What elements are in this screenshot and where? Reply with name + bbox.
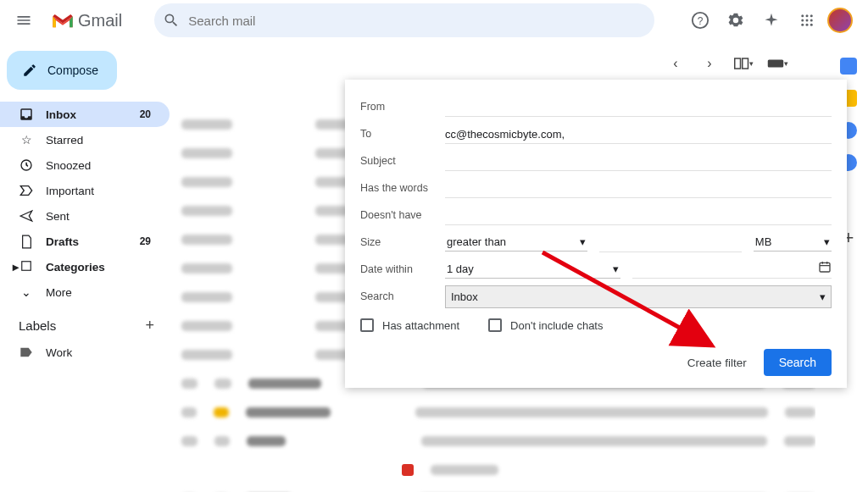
has-attachment-checkbox[interactable]	[360, 318, 374, 332]
help-button[interactable]: ?	[685, 5, 715, 36]
sent-icon	[19, 209, 34, 223]
from-input[interactable]	[445, 97, 832, 117]
date-input[interactable]	[632, 262, 818, 274]
sidebar-item-label: Sent	[46, 210, 70, 223]
settings-button[interactable]	[721, 5, 751, 36]
clock-icon	[19, 158, 34, 172]
search-in-select[interactable]: Inbox▾	[445, 285, 832, 308]
sidebar-item-label: Drafts	[46, 235, 79, 248]
calendar-icon[interactable]	[818, 260, 832, 276]
subject-label: Subject	[360, 155, 445, 167]
to-input[interactable]	[445, 124, 832, 144]
from-label: From	[360, 101, 445, 113]
svg-point-5	[806, 19, 809, 22]
pencil-icon	[22, 63, 37, 78]
sidebar-item-snoozed[interactable]: Snoozed	[0, 152, 170, 178]
create-filter-button[interactable]: Create filter	[687, 357, 747, 369]
size-operator-select[interactable]: greater than▾	[445, 233, 587, 252]
dont-include-chats-checkbox[interactable]	[488, 318, 502, 332]
svg-text:?: ?	[698, 15, 704, 27]
gmail-logo[interactable]: Gmail	[47, 11, 122, 30]
compose-button[interactable]: Compose	[7, 51, 117, 90]
svg-rect-14	[767, 59, 782, 67]
svg-point-7	[801, 24, 804, 26]
sidebar-item-inbox[interactable]: Inbox 20	[0, 102, 170, 127]
to-label: To	[360, 128, 445, 140]
sidebar-item-important[interactable]: Important	[0, 178, 170, 203]
svg-point-4	[801, 19, 804, 22]
sidebar-item-sent[interactable]: Sent	[0, 203, 170, 229]
prev-page-button[interactable]: ‹	[663, 51, 688, 76]
sidebar-item-label: Starred	[46, 134, 83, 146]
search-button[interactable]: Search	[764, 349, 832, 376]
sidebar-item-starred[interactable]: ☆ Starred	[0, 127, 170, 152]
drafts-count: 29	[140, 235, 151, 247]
doesnt-have-label: Doesn't have	[360, 209, 445, 221]
sidebar-item-label: More	[46, 286, 72, 299]
split-pane-button[interactable]: ▾	[731, 51, 756, 76]
search-in-label: Search	[360, 290, 445, 302]
sidebar-item-categories[interactable]: ▸ Categories	[0, 254, 170, 279]
gmail-icon	[51, 11, 75, 30]
gear-icon	[726, 11, 745, 30]
sidebar-item-label: Work	[46, 346, 72, 359]
has-attachment-label: Has attachment	[382, 319, 459, 332]
label-icon	[19, 346, 34, 358]
calendar-app-icon[interactable]	[840, 58, 857, 75]
size-label: Size	[360, 236, 445, 248]
add-label-button[interactable]: +	[145, 317, 154, 334]
size-unit-select[interactable]: MB▾	[754, 233, 832, 252]
caret-down-icon: ▾	[613, 263, 619, 275]
app-name: Gmail	[78, 11, 122, 30]
dont-include-chats-label: Don't include chats	[510, 319, 603, 332]
doesnt-have-input[interactable]	[445, 206, 832, 225]
drafts-icon	[19, 235, 34, 249]
main-menu-button[interactable]	[7, 3, 41, 37]
size-value-input[interactable]	[599, 233, 742, 252]
sidebar-item-label: Inbox	[46, 108, 76, 121]
sidebar-label-work[interactable]: Work	[0, 340, 170, 365]
sidebar-item-label: Snoozed	[46, 159, 91, 172]
svg-rect-12	[734, 58, 740, 69]
svg-point-8	[806, 24, 809, 26]
svg-point-2	[806, 14, 809, 17]
main-content: ‹ › ▾ ▾ i Updates	[170, 41, 829, 492]
sidebar-item-label: Important	[46, 185, 94, 197]
search-icon	[163, 12, 180, 29]
search-input[interactable]	[188, 14, 646, 28]
date-within-label: Date within	[360, 263, 445, 275]
search-filter-dialog: From To Subject Has the words Doesn't ha…	[345, 80, 847, 388]
gemini-button[interactable]	[756, 5, 787, 36]
sidebar-item-more[interactable]: ⌄ More	[0, 279, 170, 305]
labels-header: Labels	[19, 318, 56, 333]
search-bar[interactable]	[154, 3, 654, 37]
caret-down-icon: ▾	[820, 290, 826, 303]
account-avatar[interactable]	[827, 8, 853, 33]
important-icon	[19, 185, 34, 196]
has-words-input[interactable]	[445, 179, 832, 198]
svg-point-1	[801, 14, 804, 17]
sidebar: Compose Inbox 20 ☆ Starred Snoozed Impor…	[0, 41, 170, 492]
hamburger-icon	[15, 12, 32, 29]
caret-down-icon: ▾	[580, 235, 586, 248]
chevron-down-icon: ⌄	[19, 285, 34, 299]
help-icon: ?	[691, 11, 709, 30]
input-tools-button[interactable]: ▾	[765, 51, 790, 76]
svg-point-3	[810, 14, 813, 17]
subject-input[interactable]	[445, 152, 832, 171]
svg-rect-13	[742, 58, 748, 69]
sidebar-item-drafts[interactable]: Drafts 29	[0, 229, 170, 254]
keyboard-icon	[767, 58, 784, 69]
inbox-count: 20	[140, 108, 151, 120]
svg-rect-11	[21, 262, 31, 271]
next-page-button[interactable]: ›	[697, 51, 722, 76]
date-within-select[interactable]: 1 day▾	[445, 260, 620, 279]
svg-rect-15	[820, 263, 830, 272]
categories-icon: ▸	[10, 260, 34, 274]
inbox-icon	[19, 107, 34, 122]
svg-point-9	[810, 24, 813, 26]
apps-button[interactable]	[792, 5, 822, 36]
svg-point-6	[810, 19, 813, 22]
sidebar-item-label: Categories	[46, 261, 105, 274]
apps-grid-icon	[799, 13, 815, 28]
